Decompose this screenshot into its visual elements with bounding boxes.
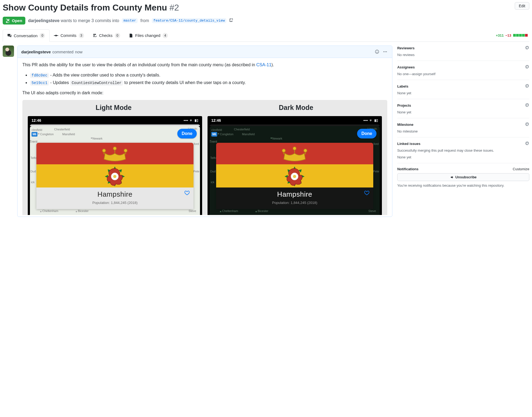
crown-icon bbox=[99, 145, 131, 164]
battery-icon: ▮▯ bbox=[374, 118, 378, 123]
customize-notifications[interactable]: Customize bbox=[513, 167, 529, 171]
svg-point-10 bbox=[113, 175, 117, 178]
svg-point-4 bbox=[385, 51, 385, 52]
kebab-menu-icon[interactable] bbox=[382, 48, 388, 55]
svg-point-2 bbox=[378, 51, 378, 52]
compare-branch[interactable]: feature/CSA-11/county_details_view bbox=[152, 18, 226, 23]
svg-point-8 bbox=[124, 149, 127, 152]
done-button: Done bbox=[177, 129, 197, 138]
git-pull-request-icon bbox=[6, 19, 10, 23]
issue-link[interactable]: CSA-11 bbox=[256, 62, 271, 67]
comment-discussion-icon bbox=[7, 33, 12, 38]
wifi-icon: ᯤ bbox=[369, 118, 373, 123]
svg-point-7 bbox=[113, 147, 116, 150]
tab-conversation[interactable]: Conversation 0 bbox=[3, 29, 50, 42]
avatar[interactable] bbox=[3, 46, 14, 57]
emoji-reaction-icon[interactable] bbox=[374, 48, 380, 55]
tab-commits[interactable]: Commits 3 bbox=[50, 30, 88, 41]
battery-icon: ▮▯ bbox=[195, 118, 198, 123]
svg-point-1 bbox=[376, 51, 377, 52]
screenshot-comparison: Light Mode Dark Mode 12:46 ••••ᯤ▮▯ bbox=[22, 100, 387, 215]
screenshot-light: 12:46 ••••ᯤ▮▯ clesfield Chesterfield Lin… bbox=[28, 116, 202, 215]
comment-timestamp[interactable]: now bbox=[75, 50, 83, 54]
svg-point-12 bbox=[293, 147, 296, 150]
comment-box: darjeelingsteve commented now This PR ad… bbox=[17, 46, 392, 217]
commit-link[interactable]: 5e19cc1 bbox=[30, 80, 49, 86]
svg-point-0 bbox=[375, 50, 379, 54]
commit-link[interactable]: fd8c0ec bbox=[30, 73, 49, 78]
rose-icon bbox=[104, 166, 125, 189]
heart-icon bbox=[184, 190, 190, 196]
mute-icon bbox=[450, 175, 454, 179]
gear-icon[interactable] bbox=[525, 103, 529, 108]
pr-author[interactable]: darjeelingsteve bbox=[28, 18, 60, 23]
tab-checks[interactable]: Checks 0 bbox=[88, 30, 125, 41]
sidebar-labels[interactable]: Labels bbox=[397, 84, 529, 89]
sidebar-projects[interactable]: Projects bbox=[397, 103, 529, 108]
file-diff-icon bbox=[129, 33, 133, 38]
svg-point-15 bbox=[293, 175, 296, 178]
unsubscribe-button[interactable]: Unsubscribe bbox=[397, 173, 529, 181]
crown-icon bbox=[278, 145, 311, 164]
rose-icon bbox=[284, 166, 305, 189]
diffstat: +311 −13 bbox=[496, 33, 529, 37]
gear-icon[interactable] bbox=[525, 141, 529, 146]
edit-button[interactable]: Edit bbox=[515, 2, 529, 10]
git-commit-icon bbox=[54, 33, 58, 38]
tab-files-changed[interactable]: Files changed 4 bbox=[125, 30, 172, 41]
svg-point-11 bbox=[282, 149, 285, 152]
sidebar-milestone[interactable]: Milestone bbox=[397, 122, 529, 127]
svg-point-13 bbox=[304, 149, 307, 152]
sidebar-notifications: Notifications bbox=[397, 167, 419, 171]
done-button: Done bbox=[357, 129, 376, 138]
gear-icon[interactable] bbox=[525, 84, 529, 89]
assign-yourself[interactable]: assign yourself bbox=[412, 72, 436, 76]
heart-icon bbox=[364, 190, 369, 196]
wifi-icon: ᯤ bbox=[190, 118, 193, 123]
sidebar-assignees[interactable]: Assignees bbox=[397, 65, 529, 70]
screenshot-dark: 12:46 ••••ᯤ▮▯ clesfield Chesterfield Lin… bbox=[208, 116, 382, 215]
svg-point-5 bbox=[386, 51, 387, 52]
gear-icon[interactable] bbox=[525, 65, 529, 70]
state-badge-open: Open bbox=[3, 17, 25, 25]
gear-icon[interactable] bbox=[525, 46, 529, 51]
checklist-icon bbox=[93, 33, 97, 38]
comment-author[interactable]: darjeelingsteve bbox=[21, 50, 51, 54]
sidebar-linked-issues[interactable]: Linked issues bbox=[397, 141, 529, 146]
sidebar-reviewers[interactable]: Reviewers bbox=[397, 46, 529, 51]
pr-title: Show County Details from County Menu #2 bbox=[3, 2, 179, 13]
base-branch[interactable]: master bbox=[122, 18, 138, 23]
svg-point-6 bbox=[102, 149, 106, 152]
copy-branch-icon[interactable] bbox=[229, 18, 233, 23]
svg-point-3 bbox=[383, 51, 384, 52]
gear-icon[interactable] bbox=[525, 122, 529, 127]
